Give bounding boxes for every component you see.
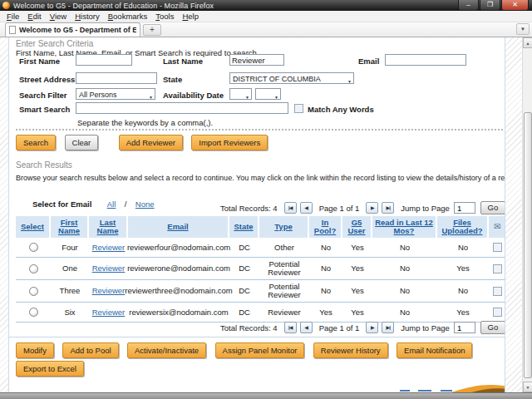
cell-in-pool: No: [309, 258, 342, 279]
jump-to-page-input[interactable]: [454, 322, 475, 333]
header-state[interactable]: State: [234, 223, 253, 231]
prev-page-icon[interactable]: ◀: [300, 202, 313, 214]
first-name-input[interactable]: [76, 54, 132, 66]
prev-page-icon[interactable]: ◀: [300, 322, 313, 333]
header-select[interactable]: Select: [21, 223, 44, 231]
header-email[interactable]: Email: [167, 223, 188, 231]
record-actions-row1: Modify Add to Pool Activate/Inactivate A…: [16, 342, 477, 358]
restore-button-icon[interactable]: ❐: [480, 0, 500, 11]
search-button[interactable]: Search: [16, 135, 56, 150]
total-records-label: Total Records: 4: [220, 204, 278, 213]
reviewer-detail-link[interactable]: Reviewer: [92, 308, 126, 317]
header-g5-user[interactable]: G5 User: [343, 219, 370, 235]
list-all-tabs-icon[interactable]: ▼: [516, 23, 530, 35]
header-type[interactable]: Type: [274, 223, 292, 231]
availability-day-select[interactable]: ▼: [255, 88, 281, 100]
smart-search-input[interactable]: [76, 102, 288, 114]
cell-in-pool: Yes: [309, 303, 342, 322]
menu-tools[interactable]: Tools: [151, 11, 178, 22]
smart-search-label: Smart Search: [19, 105, 70, 114]
page-icon: [9, 26, 16, 34]
select-record-radio[interactable]: [29, 287, 38, 296]
assign-panel-monitor-button[interactable]: Assign Panel Monitor: [215, 342, 305, 358]
select-links-separator: /: [125, 200, 127, 209]
menu-view[interactable]: View: [46, 11, 71, 22]
cell-read-12: No: [372, 258, 437, 279]
match-any-words-checkbox[interactable]: [294, 104, 303, 113]
email-notification-button[interactable]: Email Notification: [397, 342, 472, 358]
vertical-scrollbar[interactable]: ▲ ▼: [522, 37, 532, 392]
page-indicator: Page 1 of 1: [319, 204, 360, 213]
availability-month-select[interactable]: ▼: [229, 88, 252, 100]
email-select-checkbox[interactable]: [493, 243, 502, 252]
content-panel: Enter Search Criteria First Name, Last N…: [8, 37, 505, 392]
reviewer-detail-link[interactable]: Reviewer: [92, 264, 126, 273]
scrollbar-thumb[interactable]: [524, 112, 532, 378]
street-address-input[interactable]: [76, 72, 157, 84]
last-name-input[interactable]: [229, 54, 284, 66]
logo-swoosh-fragment: [451, 382, 505, 392]
cell-g5-user: Yes: [342, 258, 372, 279]
header-first-name[interactable]: First Name: [52, 219, 86, 235]
header-read-12-mos[interactable]: Read in Last 12 Mos?: [373, 219, 435, 235]
add-to-pool-button[interactable]: Add to Pool: [62, 342, 118, 358]
clear-button[interactable]: Clear: [65, 135, 99, 150]
tab-welcome-g5[interactable]: Welcome to G5 - Department of Edu...: [5, 22, 140, 37]
go-button[interactable]: Go: [480, 321, 505, 334]
export-to-excel-button[interactable]: Export to Excel: [16, 361, 84, 377]
table-row: Three Reviewer reviewerthree@nodomain.co…: [16, 280, 505, 303]
cell-type: Reviewer: [259, 303, 309, 322]
select-none-link[interactable]: None: [135, 200, 155, 209]
jump-to-page-input[interactable]: [454, 202, 475, 214]
title-bar: Welcome to G5 - Department of Education …: [0, 0, 532, 11]
menu-edit[interactable]: Edit: [23, 11, 45, 22]
state-select[interactable]: DISTRICT OF COLUMBIA ▼: [229, 72, 354, 84]
email-select-checkbox[interactable]: [493, 264, 502, 273]
cell-read-12: No: [372, 238, 437, 257]
search-filter-select[interactable]: All Persons ▼: [76, 88, 155, 100]
add-reviewer-button[interactable]: Add Reviewer: [119, 135, 183, 150]
scroll-down-icon[interactable]: ▼: [523, 382, 532, 392]
activate-inactivate-button[interactable]: Activate/Inactivate: [127, 342, 206, 358]
go-button[interactable]: Go: [480, 201, 505, 214]
email-select-checkbox[interactable]: [493, 287, 502, 296]
cell-state: DC: [229, 303, 259, 322]
select-all-link[interactable]: All: [107, 200, 116, 209]
select-record-radio[interactable]: [29, 308, 38, 317]
pagination-bottom: Total Records: 4 |◀ ◀ Page 1 of 1 ▶ ▶| J…: [215, 321, 505, 334]
menu-help[interactable]: Help: [178, 11, 203, 22]
last-page-icon[interactable]: ▶|: [382, 202, 394, 214]
reviewer-history-button[interactable]: Reviewer History: [313, 342, 388, 358]
first-page-icon[interactable]: |◀: [284, 322, 297, 333]
email-input[interactable]: [385, 54, 466, 66]
minimize-button-icon[interactable]: –: [458, 0, 479, 11]
cell-type: Potential Reviewer: [259, 258, 309, 279]
next-page-icon[interactable]: ▶: [366, 322, 378, 333]
last-page-icon[interactable]: ▶|: [382, 322, 394, 333]
close-button-icon[interactable]: ✕: [501, 0, 529, 11]
header-in-pool[interactable]: In Pool?: [310, 219, 340, 235]
scroll-up-icon[interactable]: ▲: [523, 37, 532, 48]
page-viewport: Enter Search Criteria First Name, Last N…: [0, 37, 522, 392]
reviewer-detail-link[interactable]: Reviewer: [92, 287, 126, 295]
menu-history[interactable]: History: [71, 11, 104, 22]
footer-link-fragment: [441, 390, 452, 392]
first-page-icon[interactable]: |◀: [284, 202, 297, 214]
modify-button[interactable]: Modify: [16, 342, 54, 358]
menu-bookmarks[interactable]: Bookmarks: [104, 11, 152, 22]
select-record-radio[interactable]: [29, 264, 38, 273]
state-label: State: [163, 75, 182, 84]
search-results-heading: Search Results: [16, 160, 72, 170]
envelope-icon: ✉: [494, 223, 500, 231]
email-select-checkbox[interactable]: [493, 308, 502, 317]
import-reviewers-button[interactable]: Import Reviewers: [191, 135, 268, 150]
select-record-radio[interactable]: [29, 243, 38, 252]
header-last-name[interactable]: Last Name: [90, 219, 126, 235]
chevron-down-icon: ▼: [274, 92, 278, 100]
header-files-uploaded[interactable]: Files Uploaded?: [438, 219, 486, 235]
next-page-icon[interactable]: ▶: [366, 202, 378, 214]
reviewer-detail-link[interactable]: Reviewer: [92, 244, 126, 252]
menu-file[interactable]: File: [2, 11, 23, 22]
new-tab-button[interactable]: +: [143, 24, 161, 36]
cell-email: reviewersix@nodomain.com: [128, 303, 229, 322]
